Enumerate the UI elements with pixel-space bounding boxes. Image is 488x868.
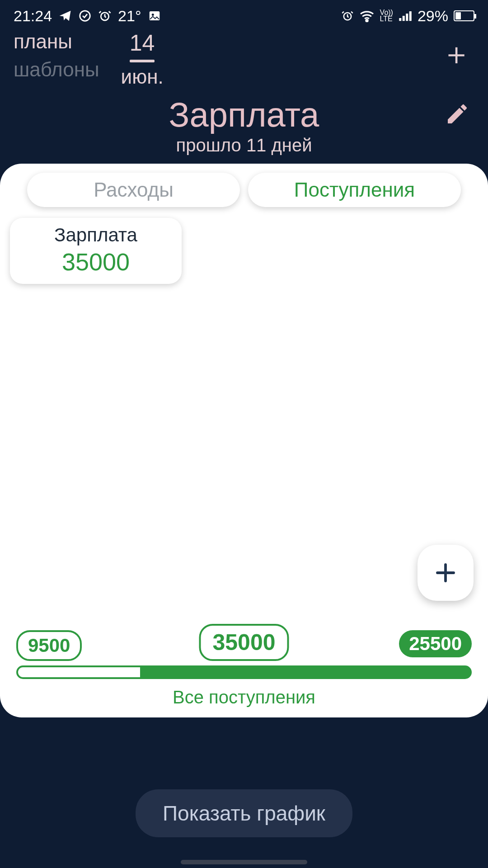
date-day: 14: [130, 32, 155, 54]
content-card: Расходы Поступления Зарплата 35000 9500 …: [0, 164, 488, 717]
progress-empty: [18, 667, 140, 677]
svg-point-3: [151, 14, 154, 16]
status-temp: 21°: [118, 7, 141, 25]
svg-rect-6: [399, 18, 401, 21]
status-bar: 21:24 21° Vo)) LTE 29%: [0, 0, 488, 27]
check-circle-icon: [78, 9, 92, 23]
wifi-icon: [359, 9, 375, 22]
edit-button[interactable]: [445, 101, 470, 128]
date-underline: [130, 60, 155, 62]
svg-rect-8: [406, 14, 408, 21]
all-income-link[interactable]: Все поступления: [16, 687, 472, 708]
tab-income[interactable]: Поступления: [248, 173, 461, 207]
svg-point-5: [366, 19, 367, 21]
progress-bar[interactable]: [16, 665, 472, 679]
svg-point-0: [80, 11, 90, 21]
plan-title: Зарплата: [0, 95, 488, 134]
tab-expenses[interactable]: Расходы: [27, 173, 240, 207]
battery-level: [455, 12, 461, 19]
nav-templates[interactable]: шаблоны: [14, 60, 99, 80]
alarm-icon: [341, 9, 354, 22]
image-icon: [148, 9, 161, 23]
summary-right-chip[interactable]: 25500: [399, 630, 472, 657]
telegram-icon: [58, 9, 72, 23]
summary-left-chip[interactable]: 9500: [16, 630, 82, 661]
alarm-icon: [98, 9, 112, 23]
show-graph-button[interactable]: Показать график: [136, 789, 352, 837]
svg-rect-2: [149, 11, 160, 20]
svg-rect-7: [403, 16, 405, 21]
status-time: 21:24: [14, 7, 52, 25]
income-item-name: Зарплата: [10, 224, 182, 246]
summary-center-chip[interactable]: 35000: [199, 624, 289, 661]
income-item-amount: 35000: [10, 248, 182, 276]
title-area: Зарплата прошло 11 дней: [0, 95, 488, 156]
add-plan-button[interactable]: ＋: [441, 38, 472, 69]
income-item[interactable]: Зарплата 35000: [10, 218, 182, 284]
segmented-control: Расходы Поступления: [0, 173, 488, 207]
summary: 9500 35000 25500 Все поступления: [0, 624, 488, 708]
header: планы шаблоны 14 июн. ＋: [0, 27, 488, 90]
nav-plans[interactable]: планы: [14, 32, 99, 52]
plan-subtitle: прошло 11 дней: [0, 135, 488, 156]
date-month: июн.: [121, 67, 164, 87]
battery-icon: [454, 10, 474, 21]
svg-rect-9: [409, 11, 412, 21]
volte-badge: Vo)) LTE: [380, 9, 393, 23]
date-selector[interactable]: 14 июн.: [121, 32, 164, 87]
signal-icon: [399, 10, 412, 22]
add-item-fab[interactable]: [418, 545, 474, 601]
battery-pct: 29%: [418, 7, 448, 25]
home-indicator[interactable]: [181, 860, 307, 864]
